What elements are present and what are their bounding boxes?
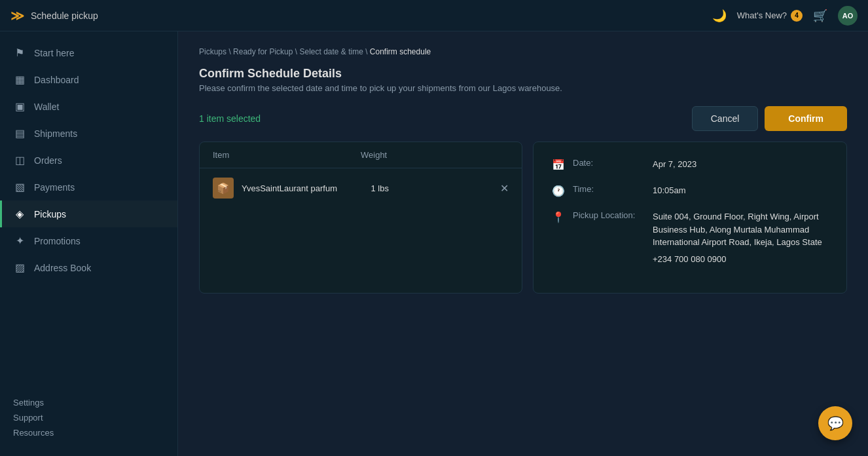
chat-button[interactable]: 💬 xyxy=(818,406,852,440)
sidebar-item-shipments[interactable]: ▤Shipments xyxy=(0,120,177,147)
breadcrumb-ready[interactable]: Ready for Pickup xyxy=(233,47,293,56)
selected-count: 1 item selected xyxy=(199,113,261,124)
table-row: 📦 YvesSaintLaurant parfum 1 lbs ✕ xyxy=(200,168,522,208)
topnav-right: 🌙 What's New? 4 🛒 AO xyxy=(712,6,858,26)
wallet-icon: ▣ xyxy=(13,100,26,113)
sidebar-label-pickups: Pickups xyxy=(34,209,66,219)
payments-icon: ▧ xyxy=(13,181,26,193)
whats-new-badge: 4 xyxy=(791,10,803,22)
breadcrumb-confirm: Confirm schedule xyxy=(370,47,431,56)
sidebar-label-dashboard: Dashboard xyxy=(34,75,79,85)
breadcrumb-pickups[interactable]: Pickups xyxy=(199,47,226,56)
sidebar-item-payments[interactable]: ▧Payments xyxy=(0,174,177,200)
breadcrumb: Pickups \ Ready for Pickup \ Select date… xyxy=(199,47,847,56)
action-row: 1 item selected Cancel Confirm xyxy=(199,106,847,131)
chat-icon: 💬 xyxy=(827,415,844,431)
location-icon: 📍 xyxy=(552,211,565,223)
sidebar-label-wallet: Wallet xyxy=(34,102,59,112)
confirm-button[interactable]: Confirm xyxy=(765,106,847,131)
sidebar-label-payments: Payments xyxy=(34,182,75,193)
time-row: 🕐 Time: 10:05am xyxy=(552,184,828,197)
time-value: 10:05am xyxy=(653,184,828,197)
dashboard-icon: ▦ xyxy=(13,73,26,86)
date-value: Apr 7, 2023 xyxy=(653,158,828,171)
shipments-icon: ▤ xyxy=(13,127,26,140)
sidebar-item-promotions[interactable]: ✦Promotions xyxy=(0,227,177,254)
item-weight: 1 lbs xyxy=(371,183,493,193)
layout: ⚑Start here▦Dashboard▣Wallet▤Shipments◫O… xyxy=(0,31,868,456)
remove-item-button[interactable]: ✕ xyxy=(500,182,509,195)
sidebar: ⚑Start here▦Dashboard▣Wallet▤Shipments◫O… xyxy=(0,31,178,456)
page-header: Confirm Schedule Details Please confirm … xyxy=(199,67,847,93)
moon-icon[interactable]: 🌙 xyxy=(712,9,727,23)
breadcrumb-sep3: \ xyxy=(365,47,370,56)
cancel-button[interactable]: Cancel xyxy=(692,106,759,131)
sidebar-item-settings[interactable]: Settings xyxy=(13,398,164,408)
phone-value: +234 700 080 0900 xyxy=(653,254,828,264)
time-label: Time: xyxy=(573,184,645,194)
col-weight: Weight xyxy=(361,150,509,160)
topnav-left: ≫ Schedule pickup xyxy=(10,8,98,24)
sidebar-item-dashboard[interactable]: ▦Dashboard xyxy=(0,66,177,93)
sidebar-item-resources[interactable]: Resources xyxy=(13,428,164,438)
start-here-icon: ⚑ xyxy=(13,47,26,59)
table-header: Item Weight xyxy=(200,142,522,168)
location-label: Pickup Location: xyxy=(573,210,645,220)
sidebar-label-shipments: Shipments xyxy=(34,128,77,139)
logo-icon: ≫ xyxy=(10,8,24,24)
cart-icon[interactable]: 🛒 xyxy=(813,9,827,23)
sidebar-label-orders: Orders xyxy=(34,155,62,166)
items-table: Item Weight 📦 YvesSaintLaurant parfum 1 … xyxy=(199,142,522,294)
item-icon: 📦 xyxy=(213,178,234,199)
sidebar-label-promotions: Promotions xyxy=(34,236,81,246)
sidebar-bottom: Settings Support Resources xyxy=(0,387,177,448)
sidebar-item-support[interactable]: Support xyxy=(13,413,164,423)
content-area: Item Weight 📦 YvesSaintLaurant parfum 1 … xyxy=(199,142,847,294)
clock-icon: 🕐 xyxy=(552,185,565,197)
sidebar-item-pickups[interactable]: ◈Pickups xyxy=(0,200,177,227)
col-item: Item xyxy=(213,150,361,160)
page-title: Confirm Schedule Details xyxy=(199,67,847,81)
item-name: YvesSaintLaurant parfum xyxy=(242,183,363,193)
whats-new-label: What's New? xyxy=(737,10,787,20)
address-book-icon: ▨ xyxy=(13,261,26,274)
main-content: Pickups \ Ready for Pickup \ Select date… xyxy=(178,31,868,456)
promotions-icon: ✦ xyxy=(13,235,26,247)
whats-new[interactable]: What's New? 4 xyxy=(737,10,803,22)
pickups-icon: ◈ xyxy=(13,208,26,220)
sidebar-item-start-here[interactable]: ⚑Start here xyxy=(0,39,177,66)
topnav-title: Schedule pickup xyxy=(31,10,98,21)
orders-icon: ◫ xyxy=(13,154,26,166)
avatar[interactable]: AO xyxy=(838,6,858,26)
calendar-icon: 📅 xyxy=(552,159,565,171)
location-row: 📍 Pickup Location: Suite 004, Ground Flo… xyxy=(552,210,828,264)
sidebar-label-start-here: Start here xyxy=(34,48,74,58)
breadcrumb-select[interactable]: Select date & time xyxy=(299,47,363,56)
location-info: Suite 004, Ground Floor, Right Wing, Air… xyxy=(653,210,828,264)
topnav: ≫ Schedule pickup 🌙 What's New? 4 🛒 AO xyxy=(0,0,868,31)
sidebar-item-orders[interactable]: ◫Orders xyxy=(0,147,177,174)
date-row: 📅 Date: Apr 7, 2023 xyxy=(552,158,828,171)
details-panel: 📅 Date: Apr 7, 2023 🕐 Time: 10:05am 📍 Pi… xyxy=(533,142,847,294)
sidebar-item-wallet[interactable]: ▣Wallet xyxy=(0,93,177,120)
page-subtitle: Please confirm the selected date and tim… xyxy=(199,83,847,93)
location-value: Suite 004, Ground Floor, Right Wing, Air… xyxy=(653,212,822,247)
action-buttons: Cancel Confirm xyxy=(692,106,847,131)
sidebar-label-address-book: Address Book xyxy=(34,263,91,273)
sidebar-item-address-book[interactable]: ▨Address Book xyxy=(0,254,177,281)
date-label: Date: xyxy=(573,158,645,168)
